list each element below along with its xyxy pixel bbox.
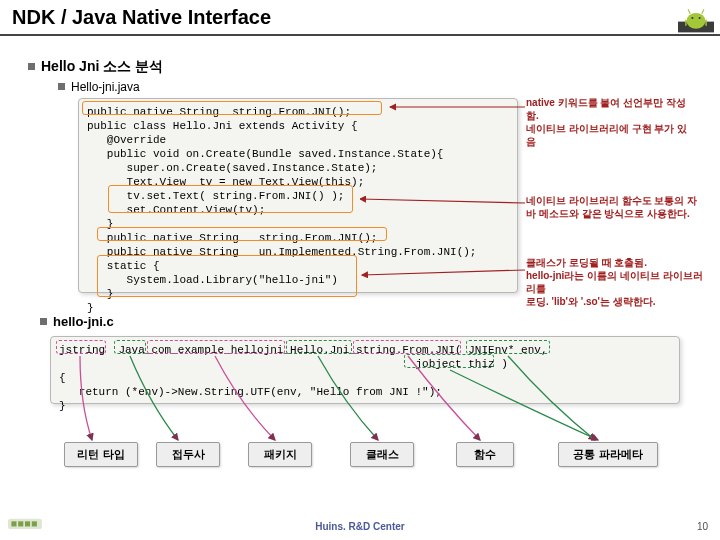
svg-point-1 xyxy=(687,13,706,29)
svg-rect-15 xyxy=(32,521,37,526)
svg-rect-3 xyxy=(705,19,706,25)
note2-line2: 바 메소드와 같은 방식으로 사용한다. xyxy=(526,208,690,219)
label-function: 함수 xyxy=(456,442,514,467)
highlight-native-decl xyxy=(82,101,382,115)
section1-label: Hello Jni 소스 분석 xyxy=(41,58,163,74)
svg-rect-13 xyxy=(18,521,23,526)
dash-param1 xyxy=(466,340,550,354)
bullet-icon xyxy=(58,83,65,90)
note-1: native 키워드를 붙여 선언부만 작성함. 네이티브 라이브러리에 구현 … xyxy=(526,96,696,148)
note3-line2: hello-jni라는 이름의 네이티브 라이브러리를 xyxy=(526,270,703,294)
section-heading-3: hello-jni.c xyxy=(40,314,114,329)
svg-point-6 xyxy=(691,17,693,19)
title-underline xyxy=(0,34,720,36)
svg-rect-14 xyxy=(25,521,30,526)
label-package: 패키지 xyxy=(248,442,312,467)
dash-class xyxy=(286,340,352,354)
label-class: 클래스 xyxy=(350,442,414,467)
note-3: 클래스가 로딩될 때 호출됨. hello-jni라는 이름의 네이티브 라이브… xyxy=(526,256,706,308)
label-return-type: 리턴 타입 xyxy=(64,442,138,467)
dash-package xyxy=(147,340,285,354)
note3-line1: 클래스가 로딩될 때 호출됨. xyxy=(526,257,647,268)
note-2: 네이티브 라이브러리 함수도 보통의 자 바 메소드와 같은 방식으로 사용한다… xyxy=(526,194,701,220)
section-heading-2: Hello-jni.java xyxy=(58,80,140,94)
note2-line1: 네이티브 라이브러리 함수도 보통의 자 xyxy=(526,195,697,206)
svg-point-7 xyxy=(699,17,701,19)
dash-function xyxy=(353,340,461,354)
note1-line2: 네이티브 라이브러리에 구현 부가 있음 xyxy=(526,123,687,147)
highlight-static xyxy=(97,255,357,297)
footer-text: Huins. R&D Center xyxy=(0,521,720,532)
android-icon xyxy=(678,3,714,33)
arrows-c xyxy=(50,354,690,454)
company-logo xyxy=(8,512,42,534)
bullet-icon xyxy=(40,318,47,325)
arrows-java xyxy=(360,95,540,305)
page-number: 10 xyxy=(697,521,708,532)
svg-rect-2 xyxy=(685,19,686,25)
svg-line-5 xyxy=(702,9,704,13)
label-prefix: 접두사 xyxy=(156,442,220,467)
note1-line1: native 키워드를 붙여 선언부만 작성함. xyxy=(526,97,686,121)
svg-rect-12 xyxy=(11,521,16,526)
label-params: 공통 파라메타 xyxy=(558,442,658,467)
highlight-call xyxy=(108,185,353,213)
dash-prefix xyxy=(114,340,146,354)
svg-line-4 xyxy=(688,9,690,13)
section2-label: Hello-jni.java xyxy=(71,80,140,94)
section-heading-1: Hello Jni 소스 분석 xyxy=(28,58,163,76)
highlight-native-repeat xyxy=(97,227,387,241)
svg-line-10 xyxy=(362,270,525,275)
page-title: NDK / Java Native Interface xyxy=(12,6,271,29)
note3-line3: 로딩. 'lib'와 '.so'는 생략한다. xyxy=(526,296,656,307)
svg-line-9 xyxy=(360,199,525,203)
dash-return-type xyxy=(56,340,106,354)
section3-label: hello-jni.c xyxy=(53,314,114,329)
bullet-icon xyxy=(28,63,35,70)
